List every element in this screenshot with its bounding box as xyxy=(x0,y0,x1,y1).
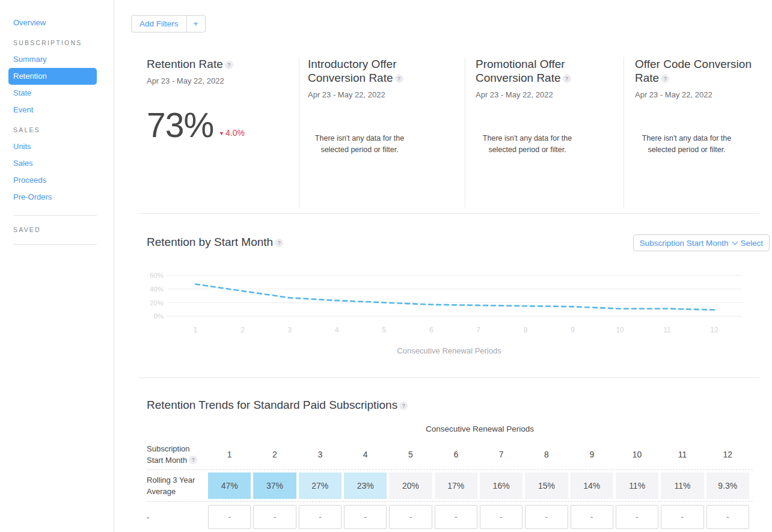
column-header: 3 xyxy=(298,450,343,459)
table-cell: - xyxy=(299,505,342,529)
help-icon[interactable]: ? xyxy=(189,456,197,464)
x-tick-label: 3 xyxy=(288,326,292,334)
retention-rate-delta: ▼4.0% xyxy=(219,128,245,138)
section-divider xyxy=(138,378,760,378)
table-cell: - xyxy=(480,505,522,529)
x-tick-label: 2 xyxy=(240,326,245,334)
section-divider xyxy=(138,213,760,214)
start-month-selector[interactable]: Subscription Start Month Select xyxy=(633,234,770,251)
sidebar-item-overview[interactable]: Overview xyxy=(0,14,114,31)
delta-value: 4.0% xyxy=(225,128,245,138)
card-title-text: Promotional Offer Conversion Rate xyxy=(476,58,565,84)
sidebar-section-sales: SALES xyxy=(0,121,114,138)
card-title: Retention Rate? xyxy=(147,57,270,71)
sidebar-item-retention[interactable]: Retention xyxy=(8,68,97,85)
row-header-line2: Start Month xyxy=(147,456,187,465)
table-cell: - xyxy=(208,505,251,529)
column-header: 11 xyxy=(660,450,705,459)
table-cell: 20% xyxy=(389,472,432,499)
table-cell: 15% xyxy=(525,472,568,499)
table-cell: - xyxy=(706,505,749,529)
add-filter-plus-button[interactable]: + xyxy=(186,16,205,32)
offer-code-card: Offer Code Conversion Rate? Apr 23 - May… xyxy=(623,57,760,207)
table-cell: - xyxy=(344,505,387,529)
column-header: 12 xyxy=(705,450,750,459)
promotional-offer-card: Promotional Offer Conversion Rate? Apr 2… xyxy=(465,57,623,207)
y-tick-label: 20% xyxy=(150,299,164,307)
retention-rate-card: Retention Rate? Apr 23 - May 22, 2022 73… xyxy=(138,57,299,207)
filter-bar: Add Filters + xyxy=(131,15,206,32)
sidebar-item-event[interactable]: Event xyxy=(0,102,114,118)
retention-chart-title: Retention by Start Month? xyxy=(147,236,283,249)
card-title: Promotional Offer Conversion Rate? xyxy=(476,57,599,85)
table-cell: 47% xyxy=(208,472,251,499)
card-title-text: Introductory Offer Conversion Rate xyxy=(308,58,397,84)
card-title: Introductory Offer Conversion Rate? xyxy=(308,57,431,85)
sidebar-section-subscriptions: SUBSCRIPTIONS xyxy=(0,34,114,51)
table-row-rolling-average: Rolling 3 Year Average 47% 37% 27% 23% 2… xyxy=(147,470,753,501)
row-header-label: Subscription Start Month? xyxy=(147,443,207,466)
card-title: Offer Code Conversion Rate? xyxy=(635,57,758,85)
sidebar-item-pre-orders[interactable]: Pre-Orders xyxy=(0,189,114,206)
x-tick-label: 10 xyxy=(616,326,624,334)
column-header: 8 xyxy=(524,450,569,459)
sidebar-section-saved: SAVED xyxy=(0,221,114,238)
table-cell: - xyxy=(616,505,658,529)
introductory-offer-card: Introductory Offer Conversion Rate? Apr … xyxy=(299,57,465,207)
sidebar-item-sales[interactable]: Sales xyxy=(0,155,114,172)
card-date-range: Apr 23 - May 22, 2022 xyxy=(635,90,760,99)
retention-trends-table: Consecutive Renewal Periods Subscription… xyxy=(147,424,753,532)
card-date-range: Apr 23 - May 22, 2022 xyxy=(308,90,465,99)
row-label: Rolling 3 Year Average xyxy=(147,474,207,497)
sidebar-item-proceeds[interactable]: Proceeds xyxy=(0,172,114,189)
table-cell: - xyxy=(661,505,703,529)
help-icon[interactable]: ? xyxy=(395,75,403,83)
column-header: 7 xyxy=(479,450,524,459)
sidebar-divider xyxy=(13,244,97,245)
card-date-range: Apr 23 - May 22, 2022 xyxy=(147,76,299,85)
chart-x-axis-label: Consecutive Renewal Periods xyxy=(138,346,760,355)
add-filters-control: Add Filters + xyxy=(131,15,206,32)
table-cell: 17% xyxy=(435,472,477,499)
table-cell: - xyxy=(435,505,477,529)
add-filters-button[interactable]: Add Filters xyxy=(132,16,186,32)
column-header: 6 xyxy=(433,450,479,459)
column-header: 2 xyxy=(252,450,297,459)
table-cell: - xyxy=(253,505,296,529)
table-cell: 11% xyxy=(661,472,703,499)
y-tick-label: 40% xyxy=(150,286,164,293)
chevron-down-icon xyxy=(732,239,738,245)
help-icon[interactable]: ? xyxy=(225,61,233,69)
sidebar-divider xyxy=(13,215,97,216)
sidebar-item-state[interactable]: State xyxy=(0,85,114,102)
delta-down-icon: ▼ xyxy=(219,130,224,136)
column-header: 9 xyxy=(569,450,614,459)
metric-cards-row: Retention Rate? Apr 23 - May 22, 2022 73… xyxy=(138,57,760,207)
help-icon[interactable]: ? xyxy=(399,402,408,410)
sidebar-item-summary[interactable]: Summary xyxy=(0,51,114,68)
row-label: - xyxy=(147,512,207,523)
no-data-message: There isn't any data for the selected pe… xyxy=(635,133,738,155)
sidebar: Overview SUBSCRIPTIONS Summary Retention… xyxy=(0,0,114,532)
x-tick-label: 12 xyxy=(710,326,718,334)
help-icon[interactable]: ? xyxy=(275,239,283,247)
no-data-message: There isn't any data for the selected pe… xyxy=(476,133,579,155)
no-data-message: There isn't any data for the selected pe… xyxy=(308,133,411,155)
table-cell: 16% xyxy=(480,472,522,499)
x-tick-label: 1 xyxy=(194,326,198,334)
main-content: Add Filters + Retention Rate? Apr 23 - M… xyxy=(114,0,772,532)
help-icon[interactable]: ? xyxy=(563,75,571,83)
table-cell: - xyxy=(525,505,568,529)
retention-line-chart: 60% 40% 20% 0% 1 2 3 4 5 6 7 8 9 10 11 1… xyxy=(138,271,760,338)
selector-action-label: Select xyxy=(740,239,763,248)
y-tick-label: 0% xyxy=(153,313,164,320)
sidebar-item-units[interactable]: Units xyxy=(0,138,114,155)
trends-table-title: Retention Trends for Standard Paid Subsc… xyxy=(147,399,408,412)
table-cell: 14% xyxy=(571,472,613,499)
help-icon[interactable]: ? xyxy=(661,75,669,83)
table-cell: 11% xyxy=(616,472,658,499)
x-tick-label: 11 xyxy=(663,326,671,334)
row-header-line1: Subscription xyxy=(147,444,190,453)
column-group-label: Consecutive Renewal Periods xyxy=(207,424,753,439)
card-title-text: Offer Code Conversion Rate xyxy=(635,58,752,84)
